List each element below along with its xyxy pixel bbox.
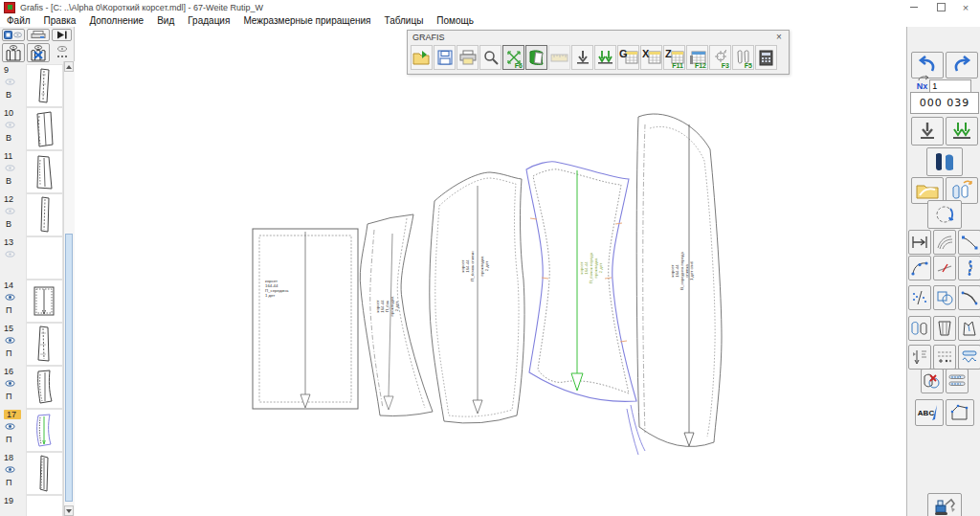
- notch-piece-button[interactable]: [958, 316, 980, 341]
- zoom-button[interactable]: [479, 45, 501, 70]
- part-item-19[interactable]: 19: [0, 494, 63, 516]
- part-thumbnail[interactable]: [26, 64, 63, 107]
- pattern-piece-14[interactable]: корсет 164-44 П_середина 1 дет: [253, 229, 358, 409]
- pieces-f5-button[interactable]: F5: [732, 45, 754, 70]
- eye-closed-icon[interactable]: [5, 122, 15, 128]
- grade-f6-button[interactable]: F6: [502, 45, 524, 70]
- menu-help[interactable]: Помощь: [430, 15, 480, 26]
- part-thumbnail-selected[interactable]: [26, 409, 63, 452]
- menu-grading[interactable]: Градация: [181, 15, 236, 26]
- scroll-down-icon[interactable]: [64, 505, 74, 516]
- drawing-canvas[interactable]: корсет 164-44 П_середина 1 дет корсет 16…: [75, 27, 906, 516]
- text-tool-button[interactable]: ABC: [915, 399, 944, 426]
- grafis-floating-toolbar[interactable]: GRAFIS × F6 G X ZF11 F12 F3 F5: [407, 30, 790, 75]
- dart-pieces-button[interactable]: [908, 316, 931, 341]
- eye-closed-icon[interactable]: [5, 165, 15, 171]
- pattern-marks-button[interactable]: [933, 345, 956, 370]
- open-file-button[interactable]: [411, 45, 433, 70]
- eye-open-icon[interactable]: [5, 337, 15, 344]
- scroll-up-icon[interactable]: [64, 61, 74, 72]
- part-item-12[interactable]: 12 В: [0, 192, 63, 236]
- parts-scrollbar[interactable]: [63, 61, 75, 516]
- table-f12-button[interactable]: F12: [686, 45, 708, 70]
- g-table-button[interactable]: G: [617, 45, 639, 70]
- eye-open-icon[interactable]: [5, 466, 15, 473]
- seam-wave-button[interactable]: [958, 345, 980, 370]
- eye-open-icon[interactable]: [5, 423, 15, 430]
- redo-button[interactable]: [946, 52, 978, 79]
- part-item-17[interactable]: 17 П: [0, 408, 63, 451]
- seam-direction-button[interactable]: [946, 369, 969, 393]
- part-item-9[interactable]: 9 В: [0, 63, 63, 106]
- develop-single-button[interactable]: [571, 45, 593, 70]
- pattern-piece-17-selected[interactable]: корсет 164-44 П_бочок переда прокладка 2…: [526, 162, 645, 455]
- nx-count-input[interactable]: [929, 79, 971, 93]
- piece-view-button[interactable]: [525, 45, 547, 70]
- part-item-10[interactable]: 10 В: [0, 106, 63, 149]
- part-item-18[interactable]: 18 П: [0, 451, 63, 494]
- develop-all-button[interactable]: [594, 45, 616, 70]
- part-item-14[interactable]: 14 П: [0, 279, 63, 322]
- shape-boolean-button[interactable]: [933, 285, 956, 310]
- part-thumbnail[interactable]: [26, 495, 63, 516]
- calculator-button[interactable]: [755, 45, 777, 70]
- pleat-button[interactable]: [933, 316, 956, 341]
- part-item-16[interactable]: 16 П: [0, 365, 63, 408]
- play-to-end-button[interactable]: [52, 29, 72, 41]
- pattern-piece-15[interactable]: корсет 164-44 П_бок прокладка 2 дет: [360, 214, 433, 416]
- curve-points-button[interactable]: [958, 230, 980, 255]
- print-parts-button[interactable]: [27, 29, 50, 41]
- menu-addon[interactable]: Дополнение: [82, 15, 150, 26]
- part-thumbnail[interactable]: [26, 280, 63, 323]
- rotate-button[interactable]: [927, 200, 962, 229]
- develop-single-button[interactable]: [911, 117, 944, 146]
- save-button[interactable]: [434, 45, 456, 70]
- minimize-button[interactable]: [902, 0, 926, 14]
- eye-open-icon[interactable]: [5, 380, 15, 387]
- menu-tables[interactable]: Таблицы: [378, 15, 431, 26]
- pattern-piece-16[interactable]: корсет 164-44 П_бочок спинки прокладка 2…: [430, 172, 524, 423]
- point-tools-button[interactable]: [908, 285, 931, 310]
- part-thumbnail[interactable]: [26, 150, 63, 193]
- scrollbar-thumb[interactable]: [65, 234, 73, 502]
- nx-repeat-icon[interactable]: Nx: [917, 81, 928, 91]
- align-point-button[interactable]: [908, 230, 931, 255]
- eye-open-icon[interactable]: [5, 294, 15, 301]
- eye-closed-icon[interactable]: [5, 208, 15, 214]
- x-table-button[interactable]: X: [640, 45, 662, 70]
- menu-edit[interactable]: Правка: [37, 15, 83, 26]
- delete-shape-button[interactable]: [921, 369, 944, 393]
- part-thumbnail[interactable]: [26, 366, 63, 409]
- reorganize-button[interactable]: [927, 493, 962, 516]
- close-button[interactable]: ×: [953, 0, 978, 14]
- part-item-15[interactable]: 15 П: [0, 322, 63, 365]
- eye-closed-icon[interactable]: [5, 79, 15, 85]
- menu-file[interactable]: Файл: [0, 15, 37, 26]
- z-table-f11-button[interactable]: ZF11: [663, 45, 685, 70]
- show-all-parts-button[interactable]: [2, 43, 25, 62]
- piece-build-button[interactable]: [946, 399, 974, 426]
- parallel-curves-button[interactable]: [933, 230, 956, 255]
- part-thumbnail[interactable]: [26, 452, 63, 495]
- print-button[interactable]: [457, 45, 479, 70]
- eye-more-button[interactable]: [52, 43, 72, 62]
- part-thumbnail[interactable]: [26, 193, 63, 236]
- arc-points-button[interactable]: [908, 256, 931, 280]
- part-thumbnail[interactable]: [26, 323, 63, 366]
- pieces-preview-button[interactable]: [926, 147, 963, 176]
- menu-view[interactable]: Вид: [150, 15, 181, 26]
- menu-intersize[interactable]: Межразмерные приращения: [236, 15, 377, 26]
- ruler-button[interactable]: [548, 45, 570, 70]
- measure-arrow-button[interactable]: [908, 345, 931, 370]
- part-item-11[interactable]: 11 В: [0, 149, 63, 192]
- part-item-13[interactable]: 13: [0, 236, 63, 279]
- curve-smooth-button[interactable]: [958, 285, 980, 310]
- develop-all-button[interactable]: [946, 117, 978, 146]
- snap-f3-button[interactable]: F3: [709, 45, 731, 70]
- hide-all-parts-button[interactable]: [27, 43, 50, 62]
- spline-points-button[interactable]: [958, 256, 980, 280]
- pattern-piece-18[interactable]: корсет 164-44 В_середина переда спинка 1…: [636, 114, 722, 446]
- measure-line-button[interactable]: [933, 256, 956, 280]
- eye-closed-icon[interactable]: [5, 251, 15, 258]
- toolbar-close-icon[interactable]: ×: [773, 32, 785, 42]
